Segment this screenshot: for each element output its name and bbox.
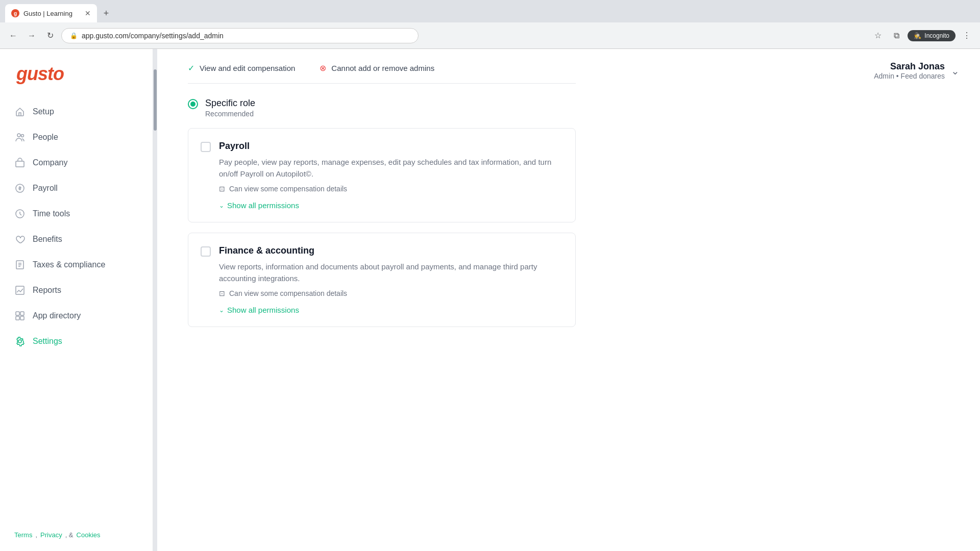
logo: gusto [0, 49, 153, 95]
settings-icon [14, 336, 26, 347]
close-tab-button[interactable]: ✕ [85, 9, 91, 17]
benefits-icon [14, 234, 26, 245]
info-item-admins: ⊗ Cannot add or remove admins [320, 63, 434, 73]
sidebar-item-settings[interactable]: Settings [0, 329, 153, 354]
incognito-label: Incognito [924, 32, 949, 39]
sidebar-label-people: People [33, 133, 58, 142]
info-item-compensation: ✓ View and edit compensation [188, 63, 295, 73]
sidebar-button[interactable]: ⧉ [889, 29, 903, 43]
top-info-bar: ✓ View and edit compensation ⊗ Cannot ad… [188, 49, 576, 84]
note-icon-finance: ⊡ [219, 289, 225, 297]
reload-button[interactable]: ↻ [43, 29, 57, 43]
incognito-button[interactable]: 🕵 Incognito [908, 30, 955, 41]
payroll-card-content: Payroll Pay people, view pay reports, ma… [219, 141, 563, 210]
payroll-card-description: Pay people, view pay reports, manage exp… [219, 157, 563, 180]
taxes-icon [14, 259, 26, 270]
svg-rect-2 [16, 161, 24, 167]
user-info: Sarah Jonas Admin • Feed donares [874, 61, 945, 80]
sidebar-footer: Terms , Privacy , & Cookies [0, 523, 153, 551]
payroll-icon [14, 183, 26, 194]
sidebar-item-company[interactable]: Company [0, 150, 153, 176]
chevron-down-icon-finance: ⌄ [219, 307, 224, 314]
apps-icon [14, 310, 26, 321]
specific-role-subtitle: Recommended [205, 110, 255, 118]
company-icon [14, 157, 26, 168]
sidebar-label-payroll: Payroll [33, 184, 58, 193]
cookies-link[interactable]: Cookies [77, 531, 101, 539]
sidebar-label-app-directory: App directory [33, 311, 81, 320]
sidebar-item-benefits[interactable]: Benefits [0, 227, 153, 252]
lock-icon: 🔒 [70, 32, 78, 39]
user-chevron-icon[interactable]: ⌄ [951, 65, 960, 77]
finance-card: Finance & accounting View reports, infor… [188, 233, 576, 327]
logo-text: gusto [16, 63, 136, 85]
scroll-bar[interactable] [153, 49, 157, 551]
browser-tab[interactable]: g Gusto | Learning ✕ [5, 4, 97, 22]
tab-title: Gusto | Learning [23, 10, 81, 17]
svg-point-11 [18, 340, 21, 343]
svg-rect-9 [16, 316, 19, 320]
payroll-card-note: ⊡ Can view some compensation details [219, 185, 563, 193]
sidebar-item-taxes[interactable]: Taxes & compliance [0, 252, 153, 278]
sidebar-item-people[interactable]: People [0, 124, 153, 150]
info-compensation-text: View and edit compensation [200, 64, 295, 72]
info-admins-text: Cannot add or remove admins [331, 64, 434, 72]
scroll-thumb[interactable] [154, 69, 157, 131]
check-icon: ✓ [188, 63, 194, 73]
sidebar-label-reports: Reports [33, 286, 61, 295]
new-tab-button[interactable]: + [99, 6, 113, 20]
back-button[interactable]: ← [6, 29, 20, 43]
sidebar-label-settings: Settings [33, 337, 62, 346]
cross-icon: ⊗ [320, 63, 326, 73]
chevron-down-icon-payroll: ⌄ [219, 202, 224, 209]
people-icon [14, 132, 26, 143]
note-icon-payroll: ⊡ [219, 185, 225, 193]
home-icon [14, 106, 26, 117]
menu-button[interactable]: ⋮ [960, 29, 974, 43]
svg-rect-8 [20, 312, 24, 315]
svg-point-0 [17, 134, 20, 137]
payroll-checkbox[interactable] [201, 142, 211, 152]
sidebar-item-app-directory[interactable]: App directory [0, 303, 153, 329]
tab-favicon: g [11, 9, 19, 17]
specific-role-radio[interactable] [188, 99, 198, 109]
user-role: Admin • Feed donares [874, 72, 945, 80]
finance-show-permissions[interactable]: ⌄ Show all permissions [219, 306, 563, 314]
reports-icon [14, 285, 26, 296]
sidebar-label-setup: Setup [33, 107, 54, 116]
sidebar-item-time-tools[interactable]: Time tools [0, 201, 153, 227]
payroll-show-permissions-label: Show all permissions [227, 201, 299, 210]
finance-card-title: Finance & accounting [219, 245, 563, 256]
finance-card-note: ⊡ Can view some compensation details [219, 289, 563, 297]
svg-point-1 [21, 135, 24, 137]
terms-link[interactable]: Terms [14, 531, 32, 539]
finance-card-description: View reports, information and documents … [219, 261, 563, 284]
address-bar[interactable]: 🔒 app.gusto.com/company/settings/add_adm… [61, 28, 419, 43]
specific-role-text: Specific role Recommended [205, 98, 255, 118]
privacy-link[interactable]: Privacy [40, 531, 62, 539]
main-content: ✓ View and edit compensation ⊗ Cannot ad… [157, 49, 980, 551]
user-name: Sarah Jonas [874, 61, 945, 72]
header-user: Sarah Jonas Admin • Feed donares ⌄ [874, 61, 960, 80]
time-icon [14, 208, 26, 219]
sidebar-nav: Setup People Company Payro [0, 95, 153, 523]
sidebar-item-payroll[interactable]: Payroll [0, 176, 153, 201]
sidebar-label-time-tools: Time tools [33, 209, 70, 218]
bookmark-button[interactable]: ☆ [871, 29, 885, 43]
sidebar-item-setup[interactable]: Setup [0, 99, 153, 124]
svg-rect-7 [16, 312, 19, 315]
payroll-show-permissions[interactable]: ⌄ Show all permissions [219, 201, 563, 210]
incognito-icon: 🕵 [914, 32, 921, 39]
svg-rect-6 [16, 286, 24, 294]
forward-button[interactable]: → [24, 29, 39, 43]
payroll-card: Payroll Pay people, view pay reports, ma… [188, 128, 576, 222]
finance-checkbox[interactable] [201, 246, 211, 257]
sidebar-label-company: Company [33, 158, 67, 167]
finance-card-content: Finance & accounting View reports, infor… [219, 245, 563, 314]
sidebar-label-benefits: Benefits [33, 235, 62, 244]
url-text: app.gusto.com/company/settings/add_admin [82, 32, 224, 40]
footer-sep2: , & [65, 531, 74, 539]
specific-role-option[interactable]: Specific role Recommended [188, 98, 576, 128]
sidebar-item-reports[interactable]: Reports [0, 278, 153, 303]
finance-note-text: Can view some compensation details [229, 289, 347, 297]
